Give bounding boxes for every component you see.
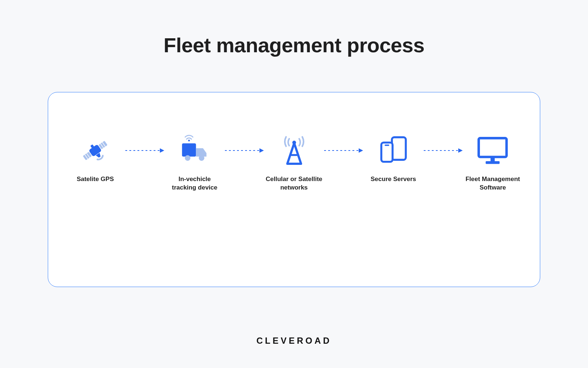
svg-rect-19: [385, 144, 390, 146]
step-label: Secure Servers: [371, 175, 416, 184]
step-satellite-gps: Satelite GPS: [67, 133, 124, 184]
svg-rect-23: [486, 161, 500, 164]
flow-arrow-icon: [422, 133, 464, 168]
antenna-icon: [279, 133, 310, 168]
step-label: Cellular or Satellite networks: [265, 175, 323, 192]
step-tracking-device: In-vechicle tracking device: [166, 133, 223, 192]
svg-rect-22: [491, 157, 495, 162]
step-label: In-vechicle tracking device: [166, 175, 223, 192]
svg-rect-0: [83, 152, 92, 160]
step-label: Fleet Management Software: [464, 175, 521, 192]
satellite-icon: [79, 133, 112, 168]
svg-rect-3: [98, 141, 107, 149]
truck-icon: [177, 133, 212, 168]
devices-icon: [377, 133, 410, 168]
flow-arrow-icon: [223, 133, 265, 168]
svg-rect-21: [479, 138, 507, 157]
monitor-icon: [475, 133, 510, 168]
diagram-title: Fleet management process: [0, 0, 588, 57]
process-flow: Satelite GPS In-vechi: [67, 133, 521, 192]
step-networks: Cellular or Satellite networks: [265, 133, 323, 192]
diagram-card: Satelite GPS In-vechi: [48, 92, 540, 287]
flow-arrow-icon: [124, 133, 166, 168]
brand-logo: CLEVEROAD: [0, 336, 588, 346]
svg-rect-9: [182, 144, 196, 157]
svg-point-10: [185, 155, 190, 161]
svg-point-11: [199, 155, 204, 161]
svg-point-12: [188, 140, 190, 142]
step-secure-servers: Secure Servers: [365, 133, 422, 184]
svg-rect-17: [392, 137, 406, 160]
step-label: Satelite GPS: [77, 175, 114, 184]
flow-arrow-icon: [323, 133, 365, 168]
step-fleet-software: Fleet Management Software: [464, 133, 521, 192]
